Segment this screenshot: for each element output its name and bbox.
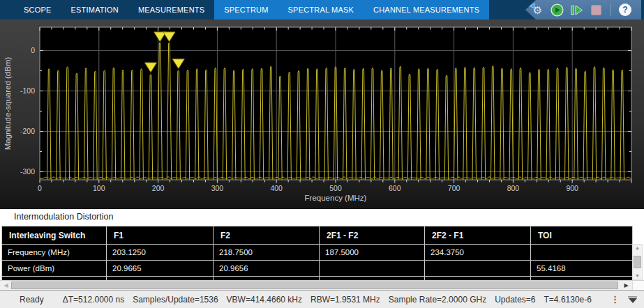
horizontal-scrollbar[interactable]: ◀ ▶ <box>0 280 644 290</box>
blue-arrow-icon <box>529 3 535 9</box>
column-header: 2F1 - F2 <box>320 226 425 245</box>
y-tick-label: 0 <box>31 46 35 54</box>
status-state: Ready <box>20 295 44 305</box>
scroll-right-icon[interactable]: ▶ <box>622 281 631 290</box>
spectrum-analyzer-window: SCOPEESTIMATIONMEASUREMENTSSPECTRUMSPECT… <box>0 0 644 308</box>
y-tick-label: -100 <box>20 86 35 95</box>
status-stats: ΔT=512.0000 nsSamples/Update=1536VBW=414… <box>44 295 611 305</box>
x-tick-label: 800 <box>507 184 520 192</box>
status-stat: Samples/Update=1536 <box>133 295 218 305</box>
vertical-scroll-thumb[interactable] <box>634 256 641 268</box>
x-tick-label: 500 <box>329 184 342 192</box>
tab-measurements[interactable]: MEASUREMENTS <box>128 0 214 20</box>
scroll-up-icon[interactable]: ▲ <box>635 245 640 251</box>
status-stat: ΔT=512.0000 ns <box>63 295 124 305</box>
step-forward-button[interactable] <box>570 3 583 17</box>
x-axis-label: Frequency (MHz) <box>305 194 367 202</box>
x-tick-label: 200 <box>152 184 165 192</box>
column-header: 2F2 - F1 <box>425 226 531 245</box>
run-button[interactable] <box>551 3 564 17</box>
scroll-left-icon[interactable]: ◀ <box>1 281 10 290</box>
tab-scope[interactable]: SCOPE <box>14 0 61 20</box>
tab-estimation[interactable]: ESTIMATION <box>61 0 128 20</box>
table-cell: 20.9665 <box>107 261 214 277</box>
toolbar-separator <box>611 3 611 16</box>
column-header: F1 <box>107 226 214 245</box>
tab-channel-measurements[interactable]: CHANNEL MEASUREMENTS <box>364 0 489 20</box>
status-stat: T=4.6130e-6 <box>544 295 592 305</box>
horizontal-scroll-thumb[interactable] <box>11 282 618 289</box>
table-cell: 234.3750 <box>425 245 531 261</box>
tab-spectral-mask[interactable]: SPECTRAL MASK <box>278 0 364 20</box>
table-cell <box>320 261 425 277</box>
scrollbar-corner <box>632 281 644 291</box>
table-row-partial <box>2 277 633 280</box>
x-tick-label: 400 <box>270 184 283 192</box>
table-cell: Frequency (MHz) <box>2 245 107 261</box>
column-header: F2 <box>214 226 320 245</box>
highlighted-tab-group: SPECTRUMSPECTRAL MASKCHANNEL MEASUREMENT… <box>214 0 489 20</box>
tab-spectrum[interactable]: SPECTRUM <box>214 0 278 20</box>
table-cell: 20.9656 <box>214 261 320 277</box>
table-vertical-scrollbar[interactable]: ▲ ▼ <box>632 244 643 280</box>
play-icon <box>551 3 564 17</box>
status-stat: Updates=6 <box>495 295 535 305</box>
spectrum-chart[interactable]: 01002003004005006007008009000-100-200-30… <box>0 20 644 209</box>
table-row: Frequency (MHz)203.1250218.7500187.50002… <box>2 245 633 261</box>
measurements-panel-title: Intermodulation Distortion <box>14 212 113 222</box>
x-tick-label: 100 <box>93 184 105 192</box>
x-tick-label: 0 <box>38 184 42 192</box>
x-tick-label: 300 <box>211 184 224 192</box>
dock-icon[interactable] <box>628 296 637 303</box>
table-cell <box>531 245 633 261</box>
column-header: Interleaving Switch <box>2 226 107 245</box>
x-tick-label: 900 <box>566 184 578 192</box>
y-tick-label: -300 <box>20 167 35 176</box>
stop-icon <box>591 5 601 15</box>
toolstrip: SCOPEESTIMATIONMEASUREMENTSSPECTRUMSPECT… <box>0 0 644 20</box>
table-cell: 203.1250 <box>107 245 214 261</box>
run-controls-banner: ⚙ <box>525 0 641 20</box>
step-forward-icon <box>571 4 583 16</box>
stop-button[interactable] <box>590 3 603 17</box>
x-tick-label: 600 <box>389 184 401 192</box>
y-axis-label: Magnitude-squared (dBm) <box>3 57 12 151</box>
table-row: Power (dBm)20.966520.965655.4168 <box>2 261 633 277</box>
table-cell <box>425 261 531 277</box>
x-tick-label: 700 <box>448 184 460 192</box>
toolstrip-tabs: SCOPEESTIMATIONMEASUREMENTSSPECTRUMSPECT… <box>0 0 489 20</box>
imd-table-header-row: Interleaving SwitchF1F22F1 - F22F2 - F1T… <box>2 226 633 245</box>
status-icons: ⋮ <box>611 295 637 304</box>
overflow-dots-icon[interactable]: ⋮ <box>611 295 620 304</box>
table-cell: Power (dBm) <box>2 261 107 277</box>
y-tick-label: -200 <box>20 127 35 135</box>
run-settings-button[interactable]: ⚙ <box>531 3 544 17</box>
status-stat: VBW=414.4660 kHz <box>227 295 302 305</box>
scroll-down-icon[interactable]: ▼ <box>635 273 640 279</box>
table-cell: 218.7500 <box>214 245 320 261</box>
status-stat: RBW=1.9531 MHz <box>310 295 380 305</box>
status-bar: Ready ΔT=512.0000 nsSamples/Update=1536V… <box>0 290 644 308</box>
table-cell: 187.5000 <box>320 245 425 261</box>
measurements-panel: Intermodulation Distortion Interleaving … <box>0 209 644 280</box>
status-stat: Sample Rate=2.0000 GHz <box>389 295 486 305</box>
imd-table: Interleaving SwitchF1F22F1 - F22F2 - F1T… <box>1 226 633 280</box>
column-header: TOI <box>531 226 633 245</box>
table-cell: 55.4168 <box>531 261 633 277</box>
help-button[interactable]: ? <box>619 3 631 16</box>
spectrum-plot: 01002003004005006007008009000-100-200-30… <box>0 20 644 209</box>
